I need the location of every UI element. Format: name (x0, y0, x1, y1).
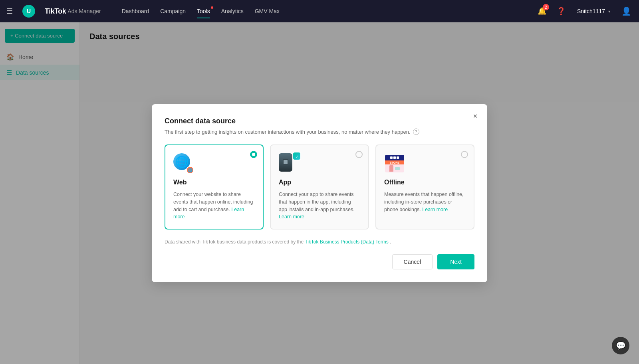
web-card-title: Web (173, 179, 255, 186)
app-icon-wrap: ♪ (279, 153, 300, 174)
modal-subtitle: The first step to getting insights on cu… (165, 129, 474, 135)
account-selector[interactable]: Snitch1117 ▾ (574, 6, 613, 16)
app-card-title: App (279, 179, 360, 186)
app-card-description: Connect your app to share events that ha… (279, 191, 360, 221)
store-roof (385, 155, 404, 160)
nav-gmvmax[interactable]: GMV Max (250, 5, 284, 18)
app-phone-screen (282, 158, 289, 166)
account-name: Snitch1117 (577, 8, 605, 14)
modal-title: Connect data source (165, 117, 474, 125)
app-phone-body (279, 153, 292, 172)
cancel-button[interactable]: Cancel (392, 254, 433, 269)
chat-icon: 💬 (616, 341, 626, 350)
store-roof-pattern (390, 156, 399, 159)
store-door (389, 165, 393, 172)
store-body (385, 164, 404, 172)
offline-radio (461, 151, 468, 158)
brand-tiktok: TikTok (45, 7, 66, 16)
notification-badge: 2 (543, 4, 549, 10)
modal-close-button[interactable]: × (470, 111, 481, 122)
data-source-cards: 🌐 Web Connect your website to share even… (165, 144, 474, 229)
offline-icon-wrap: STORE (384, 153, 405, 174)
web-icon: 🌐 (173, 153, 194, 174)
svg-rect-1 (284, 160, 288, 164)
nav-links: Dashboard Campaign Tools Analytics GMV M… (117, 5, 284, 18)
nav-right: 🔔 2 ❓ Snitch1117 ▾ 👤 (536, 5, 633, 18)
nav-analytics[interactable]: Analytics (216, 5, 248, 18)
offline-card[interactable]: STORE (375, 144, 474, 229)
nav-tools[interactable]: Tools (192, 5, 215, 18)
next-button[interactable]: Next (437, 254, 474, 269)
web-badge-icon: 🌐 (186, 166, 194, 174)
offline-learn-more-link[interactable]: Learn more (422, 207, 448, 212)
web-card-description: Connect your website to share events tha… (173, 191, 255, 221)
nav-avatar: U (22, 5, 35, 18)
web-card[interactable]: 🌐 Web Connect your website to share even… (165, 144, 264, 229)
modal-actions: Cancel Next (165, 254, 474, 269)
store-container: STORE (385, 155, 404, 172)
app-icon: ♪ (279, 153, 300, 174)
offline-card-title: Offline (384, 179, 466, 186)
notification-button[interactable]: 🔔 2 (536, 5, 548, 18)
nav-campaign[interactable]: Campaign (155, 5, 191, 18)
web-icon-wrap: 🌐 (173, 153, 194, 174)
app-tiktok-badge: ♪ (292, 152, 301, 160)
store-windows (395, 167, 400, 170)
account-dropdown-arrow: ▾ (608, 9, 610, 14)
subtitle-help-icon[interactable]: ? (413, 129, 419, 135)
brand-sub: Ads Manager (67, 8, 101, 14)
connect-data-source-modal: × Connect data source The first step to … (152, 104, 487, 282)
app-learn-more-link[interactable]: Learn more (279, 214, 304, 220)
top-nav: ☰ U TikTok Ads Manager Dashboard Campaig… (0, 0, 639, 22)
help-button[interactable]: ❓ (555, 5, 568, 18)
web-radio (250, 151, 257, 158)
modal-overlay: × Connect data source The first step to … (0, 22, 639, 364)
app-card[interactable]: ♪ App Connect your app to share events t… (270, 144, 369, 229)
hamburger-icon[interactable]: ☰ (6, 7, 13, 16)
offline-card-description: Measure events that happen offline, incl… (384, 191, 466, 213)
offline-icon: STORE (384, 153, 405, 174)
store-sign: STORE (385, 160, 404, 164)
terms-link[interactable]: TikTok Business Products (Data) Terms (305, 239, 388, 245)
modal-terms: Data shared with TikTok business data pr… (165, 239, 474, 245)
nav-dashboard[interactable]: Dashboard (117, 5, 154, 18)
tools-notification-dot (211, 6, 213, 9)
app-radio (355, 151, 363, 158)
chat-support-button[interactable]: 💬 (612, 337, 629, 354)
profile-icon[interactable]: 👤 (620, 5, 633, 18)
nav-brand: TikTok Ads Manager (45, 7, 101, 16)
